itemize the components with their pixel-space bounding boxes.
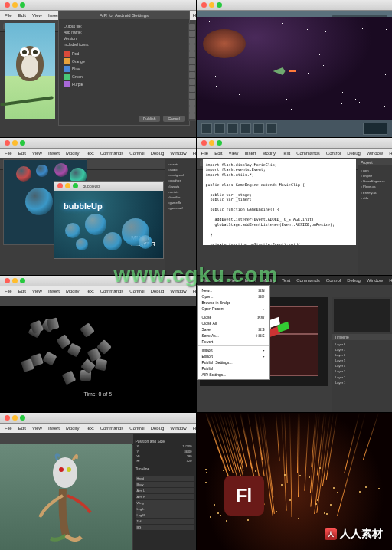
minimap[interactable] [363, 123, 387, 135]
game-hud-bottom [197, 120, 393, 137]
publish-button[interactable]: Publish [139, 116, 160, 122]
code-editor[interactable]: import flash.display.MovieClip; import f… [203, 159, 356, 245]
svg-point-2 [67, 467, 71, 472]
menubar[interactable]: FileEditViewInsertModifyTextCommandsCont… [197, 276, 393, 285]
icon-swatches: RedOrangeBlueGreenPurple [64, 51, 185, 87]
file-panel[interactable]: ▸ assets▸ audio▸ config.xml▸ graphics▸ l… [165, 159, 196, 275]
publish-dialog: AIR for Android Settings Output file: Ap… [58, 11, 190, 126]
stage[interactable] [0, 444, 132, 550]
canvas [5, 23, 55, 119]
menubar[interactable]: FileEditViewInsertModifyTextCommandsCont… [0, 424, 196, 433]
toolbox[interactable] [188, 23, 196, 121]
titlebar [0, 138, 196, 149]
titlebar [197, 138, 393, 149]
project-panel[interactable]: Project ▸ com▸ engine▸ GameEngine.as▸ Pl… [358, 159, 392, 275]
owl-art [14, 40, 46, 84]
planet [203, 29, 246, 58]
svg-point-0 [53, 457, 77, 488]
stage[interactable]: Time: 0 of 5 [0, 306, 196, 413]
titlebar [0, 276, 196, 286]
inventory-slot[interactable] [201, 123, 212, 134]
game-preview: BubbleUp bubbleUp MULTIPLAYER [54, 181, 164, 259]
cancel-button[interactable]: Cancel [163, 116, 185, 122]
svg-point-1 [59, 467, 64, 472]
player-ship[interactable] [273, 67, 286, 75]
dialog-title: AIR for Android Settings [59, 11, 189, 19]
game-logo: bubbleUp [64, 201, 103, 211]
titlebar [0, 413, 196, 424]
menubar[interactable]: FileEditViewInsertModifyTextCommandsCont… [0, 286, 196, 296]
character[interactable] [23, 451, 107, 543]
titlebar [197, 0, 393, 11]
right-panel[interactable]: Timeline Layer 8Layer 7Layer 6Layer 5Lay… [332, 297, 392, 413]
watermark-corner: 人人人素材 [325, 527, 383, 541]
game-space[interactable] [197, 17, 393, 120]
file-menu[interactable]: New...⌘NOpen...⌘OBrowse in BridgeOpen Re… [197, 285, 270, 380]
timer-label: Time: 0 of 5 [0, 391, 196, 397]
properties-panel[interactable]: Position and Size X:142.00Y:86.00W:280H:… [133, 434, 196, 550]
titlebar [0, 0, 196, 11]
flash-logo: Fl [224, 476, 264, 516]
menubar[interactable]: FileEditViewInsertModifyTextCommandsCont… [0, 149, 196, 158]
menubar[interactable]: FileEditViewInsertModifyTextCommandsCont… [197, 149, 393, 158]
